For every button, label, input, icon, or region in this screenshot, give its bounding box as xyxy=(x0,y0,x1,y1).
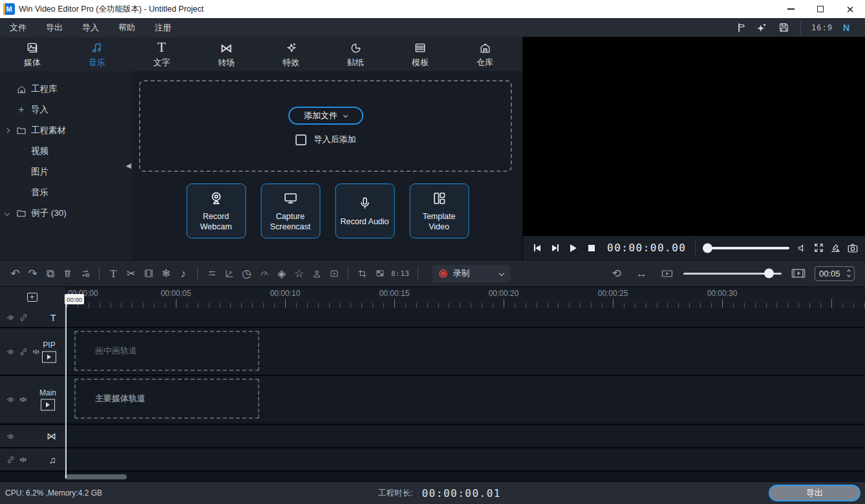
delete-icon[interactable] xyxy=(59,265,76,282)
spinner-arrows-icon[interactable] xyxy=(848,270,850,277)
file-drop-zone[interactable]: 添加文件 导入后添加 xyxy=(139,80,512,172)
chevron-down-icon[interactable] xyxy=(0,211,14,215)
undo-icon[interactable]: ↶ xyxy=(6,265,24,282)
mosaic-icon[interactable] xyxy=(371,265,389,282)
add-track-icon[interactable]: + xyxy=(27,293,37,302)
aspect-ratio-indicator[interactable]: 16:9 xyxy=(811,23,833,32)
eye-icon[interactable] xyxy=(6,396,15,403)
menu-help[interactable]: 帮助 xyxy=(109,22,145,34)
signpost-icon[interactable] xyxy=(734,22,746,34)
refresh-zoom-icon[interactable]: ⟲ xyxy=(608,265,625,282)
duration-icon[interactable]: ◷ xyxy=(238,265,255,282)
sidebar-item-examples[interactable]: 例子 (30) xyxy=(0,203,133,224)
tab-music[interactable]: 音乐 xyxy=(65,37,129,71)
menu-file[interactable]: 文件 xyxy=(0,22,36,34)
tab-effects[interactable]: 特效 xyxy=(259,37,323,71)
sidebar-item-project-library[interactable]: 工程库 xyxy=(0,79,133,100)
volume-icon[interactable] xyxy=(797,243,807,253)
timeline-horizontal-scrollbar[interactable] xyxy=(65,474,127,479)
text-track-lane[interactable] xyxy=(65,308,865,327)
chevron-right-icon[interactable] xyxy=(0,129,14,132)
sidebar-item-video[interactable]: 视频 xyxy=(0,141,133,162)
pip-track-lane[interactable]: 画中画轨道 xyxy=(65,328,865,375)
replace-icon[interactable] xyxy=(76,265,94,282)
account-indicator[interactable]: N xyxy=(843,23,855,33)
speaker-icon[interactable] xyxy=(19,395,28,404)
link-icon[interactable] xyxy=(6,456,15,464)
add-file-button[interactable]: 添加文件 xyxy=(288,107,363,125)
speaker-icon[interactable] xyxy=(32,348,41,356)
sidebar-item-project-assets[interactable]: 工程素材 xyxy=(0,120,133,141)
redo-icon[interactable]: ↷ xyxy=(24,265,41,282)
menu-register[interactable]: 注册 xyxy=(145,22,181,34)
add-after-import-option[interactable]: 导入后添加 xyxy=(295,134,356,145)
save-icon[interactable] xyxy=(778,22,790,34)
sidebar-item-import[interactable]: + 导入 xyxy=(0,100,133,120)
minimize-button[interactable] xyxy=(776,0,806,18)
eye-icon[interactable] xyxy=(6,314,15,321)
preview-clip-icon[interactable] xyxy=(325,265,343,282)
main-track-lane[interactable]: 主要媒体轨道 xyxy=(65,376,865,423)
main-drop-placeholder[interactable]: 主要媒体轨道 xyxy=(74,379,259,419)
next-frame-button[interactable] xyxy=(548,240,563,256)
zoom-in-frame-icon[interactable] xyxy=(789,265,807,282)
timeline-zoom-slider[interactable] xyxy=(683,273,782,275)
effects-stars-icon[interactable] xyxy=(756,22,768,34)
freeze-frame-icon[interactable]: ❄ xyxy=(157,265,175,282)
snapshot-camera-icon[interactable] xyxy=(847,242,859,254)
add-text-icon[interactable]: T xyxy=(105,265,122,282)
crop-icon[interactable] xyxy=(354,265,371,282)
audio-track-lane[interactable] xyxy=(65,448,865,470)
tab-templates[interactable]: 模板 xyxy=(388,37,453,71)
default-duration-spinner[interactable]: 00:05 xyxy=(815,266,855,281)
fit-timeline-icon[interactable]: ↔ xyxy=(633,265,650,282)
zoom-knob[interactable] xyxy=(764,269,774,278)
play-button[interactable] xyxy=(566,240,581,256)
timeline-ruler[interactable]: 00:00:00 00:00:05 00:00:10 00:00:15 00:0… xyxy=(65,287,865,308)
color-fill-icon[interactable] xyxy=(830,242,841,253)
adjust-icon[interactable] xyxy=(203,265,220,282)
tab-transitions[interactable]: ⋈ 转场 xyxy=(194,37,259,71)
split-scissors-icon[interactable]: ✂ xyxy=(122,265,140,282)
aspect-ratio-button[interactable]: 8:13 xyxy=(389,269,412,278)
link-icon[interactable] xyxy=(19,348,28,356)
zoom-out-frame-icon[interactable] xyxy=(658,265,676,282)
tab-text[interactable]: T 文字 xyxy=(129,37,194,71)
stop-button[interactable] xyxy=(584,240,599,256)
speaker-icon[interactable] xyxy=(19,456,28,464)
capture-screencast-button[interactable]: Capture Screencast xyxy=(261,184,320,238)
maximize-button[interactable] xyxy=(806,0,835,18)
link-icon[interactable] xyxy=(19,313,28,322)
fullscreen-icon[interactable] xyxy=(813,242,824,253)
menu-export[interactable]: 导出 xyxy=(36,22,72,34)
record-dropdown[interactable]: 录制 xyxy=(432,265,510,282)
template-video-button[interactable]: Template Video xyxy=(409,184,469,238)
tab-media[interactable]: 媒体 xyxy=(0,37,65,71)
tab-store[interactable]: 仓库 xyxy=(453,37,517,71)
eye-icon[interactable] xyxy=(6,348,15,355)
playhead-flag[interactable]: 00:00 xyxy=(65,294,84,304)
transition-track-lane[interactable] xyxy=(65,425,865,447)
video-preview[interactable] xyxy=(523,37,865,236)
portrait-icon[interactable] xyxy=(308,265,325,282)
sidebar-item-picture[interactable]: 图片 xyxy=(0,162,133,182)
add-after-import-checkbox[interactable] xyxy=(295,134,306,145)
trim-clip-icon[interactable] xyxy=(140,265,157,282)
record-webcam-button[interactable]: Record Webcam xyxy=(186,184,246,238)
seek-slider[interactable] xyxy=(703,247,789,249)
pip-drop-placeholder[interactable]: 画中画轨道 xyxy=(74,331,259,371)
detach-audio-icon[interactable]: ♪ xyxy=(175,265,192,282)
record-audio-button[interactable]: Record Audio xyxy=(335,184,394,238)
export-button[interactable]: 导出 xyxy=(769,485,860,501)
speed-icon[interactable] xyxy=(255,265,273,282)
playhead[interactable] xyxy=(65,304,67,478)
menu-import[interactable]: 导入 xyxy=(72,22,109,34)
effects-icon[interactable]: ☆ xyxy=(290,265,308,282)
previous-frame-button[interactable] xyxy=(529,240,545,256)
eye-icon[interactable] xyxy=(6,433,15,440)
seek-knob[interactable] xyxy=(703,243,712,253)
tab-stickers[interactable]: 贴纸 xyxy=(323,37,388,71)
rotate-icon[interactable]: ◈ xyxy=(273,265,290,282)
sidebar-collapse-arrow[interactable]: ◀ xyxy=(126,162,131,170)
paste-icon[interactable]: ⧉ xyxy=(41,265,59,282)
